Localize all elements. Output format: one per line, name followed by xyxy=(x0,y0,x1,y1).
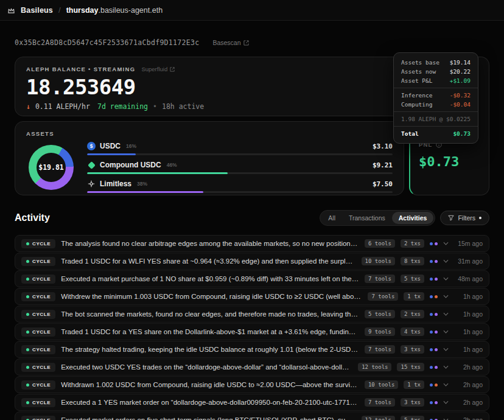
tools-count-badge: 10 tools xyxy=(362,257,395,265)
cycle-badge-label: CYCLE xyxy=(32,312,51,317)
breakdown-value: +$1.09 xyxy=(450,76,471,85)
tools-count-badge: 7 tools xyxy=(365,398,395,407)
tools-count-badge: 7 tools xyxy=(368,292,398,301)
cycle-badge: CYCLE xyxy=(21,398,55,407)
chevron-down-icon[interactable] xyxy=(443,383,449,387)
filters-button[interactable]: Filters xyxy=(440,211,489,225)
status-dot xyxy=(435,242,438,245)
timestamp: 1h ago xyxy=(454,293,483,300)
timestamp: 2h ago xyxy=(454,416,483,420)
chevron-down-icon[interactable] xyxy=(443,242,449,245)
status-dot xyxy=(430,260,433,263)
status-dot xyxy=(435,366,438,369)
activity-row[interactable]: CYCLE Traded 1 USDC for a YES share on t… xyxy=(15,323,489,340)
cycle-status-dot xyxy=(26,348,29,351)
status-dots xyxy=(430,260,438,263)
cycle-badge: CYCLE xyxy=(21,310,55,319)
chevron-down-icon[interactable] xyxy=(443,259,449,263)
asset-value: $3.10 xyxy=(373,142,393,150)
status-dot xyxy=(435,278,438,281)
chevron-down-icon[interactable] xyxy=(443,365,449,369)
tab-activities[interactable]: Activities xyxy=(392,212,434,224)
cycle-badge: CYCLE xyxy=(21,327,55,337)
breakdown-label: Asset P&L xyxy=(401,76,432,85)
timestamp: 31m ago xyxy=(454,257,483,265)
timestamp: 1h ago xyxy=(454,346,483,353)
activity-row[interactable]: CYCLE The bot scanned the markets, found… xyxy=(15,306,489,323)
brand-name[interactable]: Basileus xyxy=(21,6,53,15)
asset-bar-track xyxy=(87,191,393,193)
activity-row[interactable]: CYCLE The analysis found no clear arbitr… xyxy=(15,235,489,252)
status-dot xyxy=(435,348,438,351)
aleph-balance-card: ALEPH BALANCE • STREAMING Superfluid 18.… xyxy=(15,57,404,116)
tools-count-badge: 5 tools xyxy=(365,310,395,318)
activity-description: The analysis found no clear arbitrage ed… xyxy=(61,240,359,247)
asset-list: $ USDC 16% $3.10 Compound USDC 46% $9.21… xyxy=(87,142,393,193)
basescan-link[interactable]: Basescan xyxy=(212,39,248,46)
activity-row[interactable]: CYCLE Executed two USDC YES trades on th… xyxy=(15,359,489,376)
activity-row[interactable]: CYCLE Executed market orders on five sho… xyxy=(15,411,489,420)
asset-bar-fill xyxy=(87,153,136,155)
superfluid-link[interactable]: Superfluid xyxy=(141,66,175,72)
breakdown-row: 1.98 ALEPH@ $0.0225 xyxy=(401,114,471,124)
cycle-status-dot xyxy=(26,242,29,245)
aleph-card-label: ALEPH BALANCE • STREAMING xyxy=(26,66,135,72)
status-dot xyxy=(430,366,433,369)
breakdown-label: Computing xyxy=(401,100,432,109)
activity-description: The bot scanned the markets, found no cl… xyxy=(61,310,359,318)
chevron-down-icon[interactable] xyxy=(443,312,449,316)
chevron-down-icon[interactable] xyxy=(443,401,449,404)
breakdown-value: $20.22 xyxy=(450,67,471,76)
breakdown-group: Assets base$19.14Assets now$20.22Asset P… xyxy=(394,55,478,88)
tab-transactions[interactable]: Transactions xyxy=(342,212,392,224)
dot-separator: • xyxy=(153,102,157,111)
cycle-badge-label: CYCLE xyxy=(32,276,51,282)
activity-row[interactable]: CYCLE Executed a market purchase of 1 NO… xyxy=(15,270,489,287)
activity-row[interactable]: CYCLE Withdrew the minimum 1.003 USDC fr… xyxy=(15,288,489,305)
chevron-down-icon[interactable] xyxy=(443,330,449,334)
cycle-badge-label: CYCLE xyxy=(32,294,51,299)
cycle-status-dot xyxy=(26,313,29,316)
activity-row[interactable]: CYCLE Withdrawn 1.002 USDC from Compound… xyxy=(15,376,489,393)
status-dots xyxy=(430,295,438,298)
agent-name-secondary: .basileus-agent.eth xyxy=(98,6,163,15)
assets-card-label: ASSETS xyxy=(26,130,393,137)
chevron-down-icon[interactable] xyxy=(443,348,449,351)
txs-count-badge: 5 txs xyxy=(401,416,424,420)
chevron-down-icon[interactable] xyxy=(443,295,449,298)
activity-description: Withdrew the minimum 1.003 USDC from Com… xyxy=(61,293,362,300)
tab-all[interactable]: All xyxy=(321,212,342,224)
status-dot xyxy=(435,383,438,387)
breakdown-row: Assets now$20.22 xyxy=(401,67,471,76)
timestamp: 1h ago xyxy=(454,310,483,318)
timestamp: 15m ago xyxy=(454,240,483,247)
breakdown-group: Inference-$0.32Computing-$0.04 xyxy=(394,88,478,111)
chevron-down-icon[interactable] xyxy=(443,277,449,281)
breakdown-group: Total$0.73 xyxy=(394,126,478,141)
activity-description: Executed market orders on five short-ter… xyxy=(61,416,355,420)
cycle-badge: CYCLE xyxy=(21,275,55,284)
tools-count-badge: 12 tools xyxy=(362,416,395,420)
tools-count-badge: 6 tools xyxy=(365,239,395,248)
cycle-badge: CYCLE xyxy=(21,257,55,266)
cycle-status-dot xyxy=(26,383,29,387)
activity-row[interactable]: CYCLE Executed a 1 YES market order on “… xyxy=(15,394,489,411)
activity-description: Executed two USDC YES trades on the “dol… xyxy=(61,363,352,371)
timestamp: 2h ago xyxy=(454,363,483,371)
activity-row[interactable]: CYCLE Traded 1 USDC for a WLFI YES share… xyxy=(15,253,489,270)
asset-name: Compound USDC xyxy=(100,161,161,169)
asset-percentage: 16% xyxy=(126,143,136,149)
cycle-badge-label: CYCLE xyxy=(32,400,51,405)
breakdown-value: $0.73 xyxy=(453,129,471,138)
cycle-badge-label: CYCLE xyxy=(32,329,51,335)
status-dot xyxy=(430,242,433,245)
activity-description: Executed a market purchase of 1 NO share… xyxy=(61,275,359,282)
txs-count-badge: 3 txs xyxy=(401,398,424,407)
external-link-icon xyxy=(170,67,175,72)
activity-row[interactable]: CYCLE The strategy halted trading, keepi… xyxy=(15,341,489,358)
filter-funnel-icon xyxy=(448,215,454,221)
tools-count-badge: 9 tools xyxy=(365,327,395,336)
asset-bar-track xyxy=(87,172,393,174)
cycle-status-dot xyxy=(26,331,29,334)
agent-name[interactable]: thursday.basileus-agent.eth xyxy=(66,6,163,15)
